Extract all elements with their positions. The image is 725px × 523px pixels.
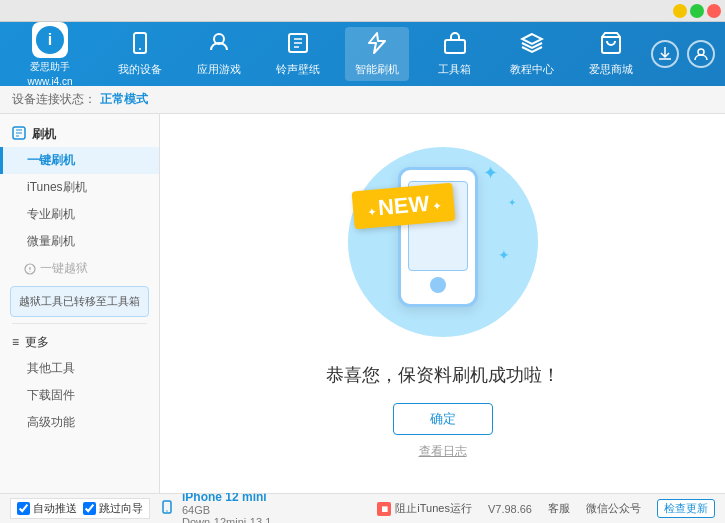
download-button[interactable]	[651, 40, 679, 68]
logo-icon: i	[32, 22, 68, 58]
device-details: iPhone 12 mini 64GB Down-12mini-13,1	[182, 490, 271, 524]
sidebar-more-title: ≡ 更多	[0, 330, 159, 355]
stop-itunes-icon: ⏹	[377, 502, 391, 516]
nav-my-device-label: 我的设备	[118, 62, 162, 77]
nav-smart-flash[interactable]: 智能刷机	[345, 27, 409, 81]
skip-wizard-checkbox[interactable]	[83, 502, 96, 515]
sidebar-item-micro-flash[interactable]: 微量刷机	[0, 228, 159, 255]
success-message: 恭喜您，保资料刷机成功啦！	[326, 363, 560, 387]
customer-service-link[interactable]: 客服	[548, 501, 570, 516]
svg-point-12	[166, 510, 167, 511]
nav-apps-games-label: 应用游戏	[197, 62, 241, 77]
sidebar-flash-title: 刷机	[0, 122, 159, 147]
minimize-button[interactable]	[673, 4, 687, 18]
nav-toolbox-label: 工具箱	[438, 62, 471, 77]
sidebar-item-other-tools[interactable]: 其他工具	[0, 355, 159, 382]
sidebar-item-one-click-flash[interactable]: 一键刷机	[0, 147, 159, 174]
sidebar: 刷机 一键刷机 iTunes刷机 专业刷机 微量刷机 一键越狱 越狱工具已转移至…	[0, 114, 160, 493]
sparkle-3: ✦	[498, 247, 510, 263]
skip-wizard-label: 跳过向导	[99, 501, 143, 516]
confirm-button[interactable]: 确定	[393, 403, 493, 435]
bottom-right: ⏹ 阻止iTunes运行 V7.98.66 客服 微信公众号 检查更新	[377, 499, 715, 518]
sparkle-1: ✦	[483, 162, 498, 184]
auto-push-label: 自动推送	[33, 501, 77, 516]
user-button[interactable]	[687, 40, 715, 68]
skip-wizard-checkbox-wrapper[interactable]: 跳过向导	[83, 501, 143, 516]
nav-tutorials[interactable]: 教程中心	[500, 27, 564, 81]
header-right-buttons	[651, 40, 715, 68]
mall-icon	[599, 31, 623, 60]
titlebar	[0, 0, 725, 22]
bottom-bar: 自动推送 跳过向导 iPhone 12 mini 64GB Down-12min…	[0, 493, 725, 523]
maximize-button[interactable]	[690, 4, 704, 18]
more-section-icon: ≡	[12, 335, 19, 349]
sidebar-item-download-firmware[interactable]: 下载固件	[0, 382, 159, 409]
nav-toolbox[interactable]: 工具箱	[425, 27, 485, 81]
close-button[interactable]	[707, 4, 721, 18]
main-layout: 刷机 一键刷机 iTunes刷机 专业刷机 微量刷机 一键越狱 越狱工具已转移至…	[0, 114, 725, 493]
phone-illustration: ✦ ✦ ✦ NEW	[343, 147, 543, 347]
auto-push-checkbox-wrapper[interactable]: 自动推送	[17, 501, 77, 516]
phone-home-button	[430, 277, 446, 293]
svg-point-3	[139, 48, 141, 50]
svg-rect-6	[445, 40, 465, 53]
status-bar: 设备连接状态： 正常模式	[0, 86, 725, 114]
jailbreak-note-box: 越狱工具已转移至工具箱	[10, 286, 149, 317]
nav-ringtones[interactable]: 铃声壁纸	[266, 27, 330, 81]
status-label: 设备连接状态：	[12, 91, 96, 108]
nav-tutorials-label: 教程中心	[510, 62, 554, 77]
wechat-link[interactable]: 微信公众号	[586, 501, 641, 516]
header: i 爱思助手 www.i4.cn 我的设备 应用游戏 铃声壁纸	[0, 22, 725, 86]
my-device-icon	[128, 31, 152, 60]
logo-brand: 爱思助手	[30, 60, 70, 74]
nav-mall[interactable]: 爱思商城	[579, 27, 643, 81]
jailbreak-label: 一键越狱	[40, 260, 88, 277]
stop-itunes: ⏹ 阻止iTunes运行	[377, 501, 472, 516]
version-text: V7.98.66	[488, 503, 532, 515]
sidebar-item-advanced[interactable]: 高级功能	[0, 409, 159, 436]
svg-point-8	[698, 49, 704, 55]
stop-itunes-label: 阻止iTunes运行	[395, 501, 472, 516]
flash-section-label: 刷机	[32, 126, 56, 143]
status-value: 正常模式	[100, 91, 148, 108]
content-area: ✦ ✦ ✦ NEW 恭喜您，保资料刷机成功啦！ 确定 查看日志	[160, 114, 725, 493]
smart-flash-icon	[365, 31, 389, 60]
apps-games-icon	[207, 31, 231, 60]
toolbox-icon	[443, 31, 467, 60]
auto-push-checkbox[interactable]	[17, 502, 30, 515]
sidebar-item-itunes-flash[interactable]: iTunes刷机	[0, 174, 159, 201]
tutorials-icon	[520, 31, 544, 60]
nav-ringtones-label: 铃声壁纸	[276, 62, 320, 77]
check-update-button[interactable]: 检查更新	[657, 499, 715, 518]
bottom-left: 自动推送 跳过向导 iPhone 12 mini 64GB Down-12min…	[10, 490, 271, 524]
nav-mall-label: 爱思商城	[589, 62, 633, 77]
svg-text:i: i	[48, 31, 52, 48]
ringtones-icon	[286, 31, 310, 60]
view-log-link[interactable]: 查看日志	[419, 443, 467, 460]
logo-url: www.i4.cn	[27, 76, 72, 87]
sparkle-2: ✦	[508, 197, 516, 208]
logo: i 爱思助手 www.i4.cn	[10, 22, 90, 87]
nav-bar: 我的设备 应用游戏 铃声壁纸 智能刷机 工具箱	[100, 27, 651, 81]
device-icon	[160, 500, 174, 517]
nav-my-device[interactable]: 我的设备	[108, 27, 172, 81]
sidebar-item-pro-flash[interactable]: 专业刷机	[0, 201, 159, 228]
more-section-label: 更多	[25, 334, 49, 351]
device-storage: 64GB	[182, 504, 271, 516]
device-version: Down-12mini-13,1	[182, 516, 271, 524]
nav-apps-games[interactable]: 应用游戏	[187, 27, 251, 81]
sidebar-item-jailbreak: 一键越狱	[0, 255, 159, 282]
sidebar-divider	[12, 323, 147, 324]
device-info: iPhone 12 mini 64GB Down-12mini-13,1	[160, 490, 271, 524]
flash-section-icon	[12, 126, 26, 143]
nav-smart-flash-label: 智能刷机	[355, 62, 399, 77]
